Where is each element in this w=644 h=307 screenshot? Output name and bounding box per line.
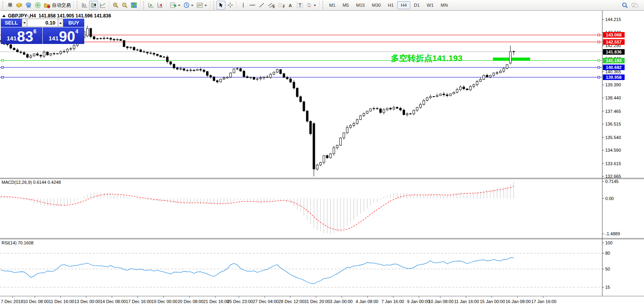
toolbar-separator xyxy=(166,1,167,10)
time-axis-label: 17 Dec 16:00 xyxy=(126,299,152,304)
new-order-button[interactable]: 单 xyxy=(6,1,15,10)
price-tick-label: 136.515 xyxy=(605,122,621,126)
level-handle-icon[interactable] xyxy=(598,41,600,43)
candlestick-chart-icon xyxy=(90,2,97,8)
line-chart-button[interactable] xyxy=(98,1,107,10)
time-axis-label: 15 Jan 00:00 xyxy=(480,299,505,304)
timeframe-M30[interactable]: M30 xyxy=(368,1,384,9)
macd-header: MACD(12,26,9) 0.6144 0.4248 xyxy=(2,180,61,185)
signals-button[interactable] xyxy=(33,1,42,10)
time-axis-label: 17 Jan 16:00 xyxy=(531,299,557,304)
timeframe-D1[interactable]: D1 xyxy=(410,1,423,9)
fibonacci-tool-button[interactable]: F xyxy=(276,1,286,10)
candles xyxy=(0,26,515,176)
toolbar-grip[interactable] xyxy=(143,1,144,9)
timeframe-M5[interactable]: M5 xyxy=(339,1,352,9)
sell-price-big: 83 xyxy=(17,31,33,43)
macd-tick-label: 0.00 xyxy=(605,196,614,201)
autotrade-button[interactable]: 自动交易 xyxy=(42,1,72,10)
order-book-button[interactable] xyxy=(15,1,24,10)
text-label-tool-button[interactable]: T xyxy=(295,1,305,10)
sell-button[interactable]: SELL xyxy=(1,19,22,27)
rsi-tick-label: 100 xyxy=(605,240,612,245)
timeframe-H1[interactable]: H1 xyxy=(385,1,398,9)
level-handle-icon[interactable] xyxy=(598,59,600,61)
timeframe-MN[interactable]: MN xyxy=(437,1,451,9)
search-button[interactable] xyxy=(620,1,630,10)
periods-button[interactable] xyxy=(182,1,195,10)
volume-input[interactable] xyxy=(27,19,58,27)
macd-tick-label: -1.4889 xyxy=(605,231,620,236)
search-icon xyxy=(621,2,629,9)
svg-text:T: T xyxy=(299,3,301,8)
price-level-label-139.958: 139.958 xyxy=(603,74,625,80)
volume-decrease-button[interactable] xyxy=(22,19,27,27)
time-axis-label: 4 Jan 08:00 xyxy=(356,299,379,304)
autotrade-label: 自动交易 xyxy=(52,2,71,9)
chat-button[interactable] xyxy=(630,1,640,10)
zoom-out-button[interactable] xyxy=(120,1,129,10)
periods-icon xyxy=(183,2,190,8)
vertical-line-tool-button[interactable] xyxy=(239,1,248,10)
time-axis-label: 21 Dec 16:00 xyxy=(203,299,229,304)
toolbar-separator xyxy=(236,1,237,10)
cursor-tool-button[interactable] xyxy=(216,1,225,10)
toolbar-grip[interactable] xyxy=(213,1,214,9)
arrows-tool-button[interactable] xyxy=(305,1,318,10)
level-handle-icon[interactable] xyxy=(2,67,4,69)
crosshair-tool-button[interactable] xyxy=(225,1,235,10)
order-book-icon xyxy=(16,2,23,8)
toolbar-grip[interactable] xyxy=(77,1,78,9)
timeframe-M1[interactable]: M1 xyxy=(326,1,339,9)
dropdown-caret-icon[interactable] xyxy=(314,5,316,8)
trendline-tool-button[interactable] xyxy=(257,1,266,10)
chart-shift-button[interactable] xyxy=(155,1,165,10)
text-tool-button[interactable]: A xyxy=(286,1,295,10)
buy-button[interactable]: BUY xyxy=(63,19,84,27)
level-handle-icon[interactable] xyxy=(598,67,600,69)
toolbar-grip[interactable] xyxy=(2,1,4,9)
auto-scroll-button[interactable] xyxy=(146,1,155,10)
collapse-arrow-icon[interactable] xyxy=(2,13,6,17)
buy-price-sup: 4 xyxy=(75,28,78,34)
price-level-label-141.836: 141.836 xyxy=(603,49,625,55)
dropdown-caret-icon[interactable] xyxy=(191,5,193,8)
timeframe-H4[interactable]: H4 xyxy=(397,1,410,9)
volume-increase-button[interactable] xyxy=(58,19,63,27)
zoom-in-button[interactable] xyxy=(111,1,120,10)
templates-button[interactable] xyxy=(195,1,208,10)
signal-icon xyxy=(34,2,41,8)
chart-title: GBPJPY-,H4 141.858 141.905 141.596 141.8… xyxy=(2,13,111,19)
symbol-period-label: GBPJPY-,H4 xyxy=(8,13,36,19)
tile-windows-button[interactable] xyxy=(129,1,138,10)
sell-price-prefix: 141 xyxy=(7,35,17,42)
bar-chart-button[interactable] xyxy=(80,1,89,10)
metaeditor-button[interactable] xyxy=(24,1,33,10)
dropdown-caret-icon[interactable] xyxy=(178,5,180,8)
price-level-label-143.068: 143.068 xyxy=(603,32,625,38)
toolbar-right xyxy=(620,1,640,10)
equidistant-channel-tool-button[interactable]: E xyxy=(266,1,276,10)
time-axis-label: 11 Dec 16:00 xyxy=(49,299,74,304)
toolbar-grip[interactable] xyxy=(322,1,324,9)
time-axis-label: 7 Dec 2018 xyxy=(1,299,23,304)
level-handle-icon[interactable] xyxy=(598,34,600,36)
level-handle-icon[interactable] xyxy=(2,76,4,78)
sell-price-display[interactable]: 141 83 6 xyxy=(1,27,42,44)
horizontal-line-tool-button[interactable] xyxy=(248,1,257,10)
level-handle-icon[interactable] xyxy=(598,76,600,78)
time-axis-label: 28 Dec 12:00 xyxy=(278,299,304,304)
time-axis-label: 16 Jan 08:00 xyxy=(506,299,531,304)
buy-price-display[interactable]: 141 90 4 xyxy=(43,27,84,44)
timeframe-W1[interactable]: W1 xyxy=(423,1,437,9)
dropdown-caret-icon[interactable] xyxy=(205,5,207,8)
buy-price-big: 90 xyxy=(59,31,75,43)
candlestick-chart-button[interactable] xyxy=(89,1,98,10)
rsi-tick-label: 50 xyxy=(605,267,610,271)
level-handle-icon[interactable] xyxy=(2,59,4,61)
pivot-annotation-text[interactable]: 多空转折点141.193 xyxy=(391,53,462,64)
price-level-label-140.682: 140.682 xyxy=(603,65,625,70)
timeframe-M15[interactable]: M15 xyxy=(352,1,368,9)
toolbar-separator xyxy=(109,1,110,10)
indicators-button[interactable] xyxy=(169,1,182,10)
